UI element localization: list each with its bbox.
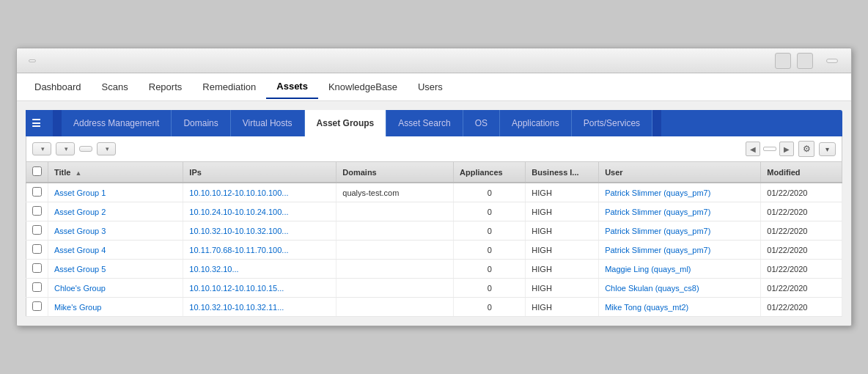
- header-appliances[interactable]: Appliances: [454, 162, 526, 183]
- tab-asset-search[interactable]: Asset Search: [386, 110, 463, 136]
- row-business-5: HIGH: [526, 279, 599, 298]
- table-header-row: Title ▲ IPs Domains Appliances Business …: [26, 162, 842, 183]
- row-title-5[interactable]: Chloe's Group: [48, 279, 183, 298]
- header-title[interactable]: Title ▲: [48, 162, 183, 183]
- tab-prev-button[interactable]: [53, 110, 62, 136]
- row-title-1[interactable]: Asset Group 2: [48, 202, 183, 221]
- actions-button[interactable]: ▾: [32, 142, 51, 155]
- row-domains-2: [336, 221, 454, 241]
- row-checkbox-2[interactable]: [32, 225, 42, 235]
- header-domains[interactable]: Domains: [336, 162, 454, 183]
- filters-button[interactable]: ▾: [97, 142, 116, 155]
- row-title-2[interactable]: Asset Group 3: [48, 221, 183, 241]
- tab-applications[interactable]: Applications: [500, 110, 572, 136]
- assets-tab-bar: ☰ Address Management Domains Virtual Hos…: [26, 110, 842, 136]
- doc-icon[interactable]: [797, 53, 813, 69]
- mail-icon[interactable]: [775, 53, 791, 69]
- row-user-3[interactable]: Patrick Slimmer (quays_pm7): [599, 241, 761, 260]
- header-business[interactable]: Business I...: [526, 162, 599, 183]
- actions-arrow: ▾: [41, 145, 45, 153]
- nav-item-scans[interactable]: Scans: [92, 76, 139, 98]
- nav-item-assets[interactable]: Assets: [266, 75, 318, 99]
- row-ips-4[interactable]: 10.10.32.10...: [183, 260, 336, 279]
- table-row: Asset Group 1 10.10.10.12-10.10.10.100..…: [26, 183, 842, 202]
- table-row: Asset Group 4 10.11.70.68-10.11.70.100..…: [26, 241, 842, 260]
- row-checkbox-4[interactable]: [32, 263, 42, 273]
- header-ips[interactable]: IPs: [183, 162, 336, 183]
- row-domains-1: [336, 202, 454, 221]
- table-toolbar: ▾ ▾ ▾ ◀ ▶ ⚙ ▾: [26, 136, 842, 162]
- row-checkbox-cell: [26, 221, 48, 241]
- row-title-6[interactable]: Mike's Group: [48, 298, 183, 317]
- row-business-4: HIGH: [526, 260, 599, 279]
- row-ips-3[interactable]: 10.11.70.68-10.11.70.100...: [183, 241, 336, 260]
- row-checkbox-cell: [26, 260, 48, 279]
- row-checkbox-1[interactable]: [32, 206, 42, 216]
- assets-list-icon: ☰: [32, 117, 41, 129]
- tab-os[interactable]: OS: [463, 110, 500, 136]
- row-business-6: HIGH: [526, 298, 599, 317]
- row-user-6[interactable]: Mike Tong (quays_mt2): [599, 298, 761, 317]
- row-user-0[interactable]: Patrick Slimmer (quays_pm7): [599, 183, 761, 202]
- row-modified-5: 01/22/2020: [761, 279, 842, 298]
- table-row: Chloe's Group 10.10.10.12-10.10.10.15...…: [26, 279, 842, 298]
- tab-next-button[interactable]: [652, 110, 661, 136]
- table-body: Asset Group 1 10.10.10.12-10.10.10.100..…: [26, 183, 842, 317]
- row-business-0: HIGH: [526, 183, 599, 202]
- row-user-1[interactable]: Patrick Slimmer (quays_pm7): [599, 202, 761, 221]
- row-business-3: HIGH: [526, 241, 599, 260]
- page-info: [763, 147, 776, 151]
- row-domains-6: [336, 298, 454, 317]
- nav-item-knowledgebase[interactable]: KnowledgeBase: [318, 76, 408, 98]
- row-ips-2[interactable]: 10.10.32.10-10.10.32.100...: [183, 221, 336, 241]
- row-checkbox-5[interactable]: [32, 282, 42, 292]
- row-title-4[interactable]: Asset Group 5: [48, 260, 183, 279]
- row-checkbox-3[interactable]: [32, 244, 42, 254]
- settings-button[interactable]: ⚙: [798, 141, 814, 157]
- row-appliances-2: 0: [454, 221, 526, 241]
- new-button[interactable]: ▾: [56, 142, 75, 155]
- tab-asset-groups[interactable]: Asset Groups: [305, 110, 387, 136]
- tab-ports-services[interactable]: Ports/Services: [572, 110, 652, 136]
- row-ips-6[interactable]: 10.10.32.10-10.10.32.11...: [183, 298, 336, 317]
- row-user-5[interactable]: Chloe Skulan (quays_cs8): [599, 279, 761, 298]
- row-title-3[interactable]: Asset Group 4: [48, 241, 183, 260]
- header-modified[interactable]: Modified: [761, 162, 842, 183]
- row-modified-3: 01/22/2020: [761, 241, 842, 260]
- nav-item-dashboard[interactable]: Dashboard: [24, 76, 92, 98]
- row-ips-0[interactable]: 10.10.10.12-10.10.10.100...: [183, 183, 336, 202]
- assets-label: ☰: [26, 110, 53, 136]
- row-checkbox-6[interactable]: [32, 301, 42, 311]
- row-appliances-5: 0: [454, 279, 526, 298]
- tab-domains[interactable]: Domains: [172, 110, 230, 136]
- column-toggle-button[interactable]: ▾: [819, 142, 836, 156]
- filters-arrow: ▾: [106, 145, 109, 153]
- nav-item-users[interactable]: Users: [408, 76, 453, 98]
- row-business-2: HIGH: [526, 221, 599, 241]
- tab-address-management[interactable]: Address Management: [62, 110, 172, 136]
- row-user-2[interactable]: Patrick Slimmer (quays_pm7): [599, 221, 761, 241]
- nav-bar: Dashboard Scans Reports Remediation Asse…: [17, 73, 851, 101]
- header-user[interactable]: User: [599, 162, 761, 183]
- row-user-4[interactable]: Maggie Ling (quays_ml): [599, 260, 761, 279]
- page-prev-button[interactable]: ◀: [746, 142, 760, 156]
- nav-item-remediation[interactable]: Remediation: [192, 76, 266, 98]
- tab-virtual-hosts[interactable]: Virtual Hosts: [231, 110, 305, 136]
- row-title-0[interactable]: Asset Group 1: [48, 183, 183, 202]
- table-row: Asset Group 5 10.10.32.10... 0 HIGH Magg…: [26, 260, 842, 279]
- row-domains-4: [336, 260, 454, 279]
- page-next-button[interactable]: ▶: [779, 142, 794, 156]
- app-title-dropdown[interactable]: [29, 59, 36, 62]
- search-button[interactable]: [79, 146, 92, 152]
- title-sort-icon: ▲: [75, 169, 81, 177]
- table-row: Asset Group 2 10.10.24.10-10.10.24.100..…: [26, 202, 842, 221]
- select-all-checkbox[interactable]: [32, 166, 42, 176]
- row-checkbox-0[interactable]: [32, 187, 42, 197]
- row-ips-1[interactable]: 10.10.24.10-10.10.24.100...: [183, 202, 336, 221]
- row-modified-1: 01/22/2020: [761, 202, 842, 221]
- table-row: Asset Group 3 10.10.32.10-10.10.32.100..…: [26, 221, 842, 241]
- user-menu-button[interactable]: [826, 59, 838, 63]
- row-ips-5[interactable]: 10.10.10.12-10.10.10.15...: [183, 279, 336, 298]
- row-appliances-0: 0: [454, 183, 526, 202]
- nav-item-reports[interactable]: Reports: [139, 76, 193, 98]
